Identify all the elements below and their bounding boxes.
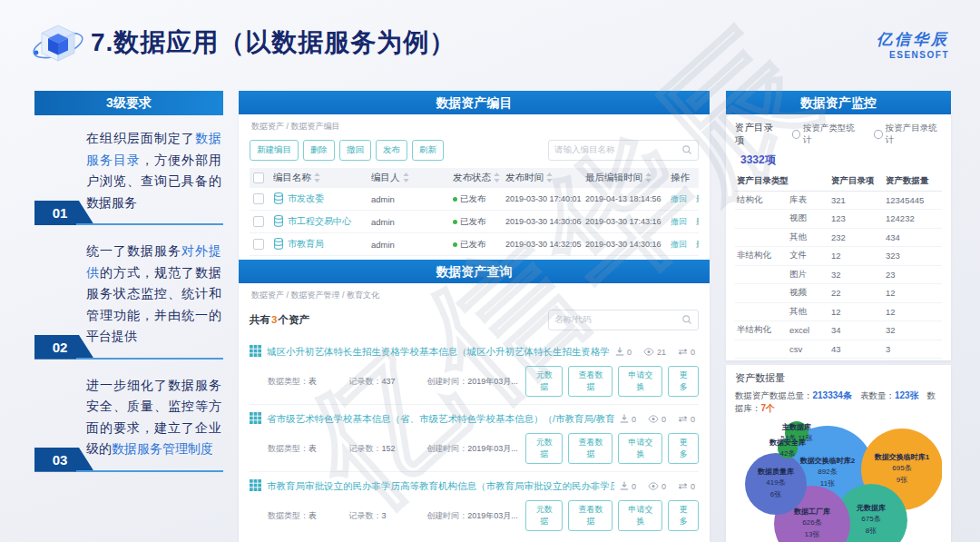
asset-button-0[interactable]: 元数据 <box>525 500 563 531</box>
asset-stats: 000 <box>620 414 699 425</box>
column-header-0[interactable]: 编目名称 <box>273 172 369 184</box>
catalog-name-link[interactable]: 市工程交易中心 <box>273 215 369 229</box>
asset-buttons: 元数据查看数据申请交换更多 <box>525 366 699 397</box>
query-panel-title: 数据资产查询 <box>239 260 710 283</box>
row-action-delete[interactable]: 删除 <box>696 239 699 251</box>
radio-option-1[interactable]: 按资产目录统计 <box>874 123 942 146</box>
monitor-table-header: 资产目录类型资产目录项资产数据量 <box>735 172 942 192</box>
asset-title-link[interactable]: 城区小升初艺体特长生招生资格学校基本信息（城区小升初艺体特长生招生资格学校基本.… <box>267 346 610 359</box>
query-search-input[interactable]: 名称/代码 <box>548 310 699 330</box>
row-action-withdraw[interactable]: 撤回 <box>671 239 687 251</box>
sort-icon[interactable] <box>645 172 652 184</box>
asset-button-3[interactable]: 更多 <box>668 366 699 397</box>
toolbar-button-2[interactable]: 撤回 <box>339 140 371 161</box>
column-header-1[interactable]: 编目人 <box>371 172 451 184</box>
monitor-cell: 视频 <box>789 287 831 299</box>
requirement-item: 进一步细化了数据服务安全、质量、监控等方面的要求，建立了企业级的数据服务管理制度… <box>34 362 223 475</box>
asset-button-0[interactable]: 元数据 <box>525 366 563 397</box>
asset-button-2[interactable]: 申请交换 <box>618 366 662 397</box>
toolbar-button-0[interactable]: 新建编目 <box>250 140 299 161</box>
asset-list: 城区小升初艺体特长生招生资格学校基本信息（城区小升初艺体特长生招生资格学校基本.… <box>250 338 699 538</box>
database-icon <box>273 192 284 206</box>
status-badge: 已发布 <box>460 193 486 205</box>
asset-button-2[interactable]: 申请交换 <box>618 500 662 531</box>
asset-buttons: 元数据查看数据申请交换更多 <box>525 433 699 464</box>
monitor-cell: 12 <box>886 288 940 298</box>
toolbar-button-4[interactable]: 刷新 <box>412 140 444 161</box>
monitor-table: 资产目录类型资产目录项资产数据量结构化库表32112345445视图123124… <box>735 172 942 359</box>
monitor-cell: excel <box>789 325 831 335</box>
row-checkbox[interactable] <box>253 239 264 250</box>
radio-option-0[interactable]: 按资产类型统计 <box>792 123 860 146</box>
asset-button-1[interactable]: 查看数据 <box>568 500 612 531</box>
list-item: 市教育局审批设立的民办非学历高等教育机构信息（市教育局审批设立的民办非学历高等.… <box>250 472 699 538</box>
asset-title-link[interactable]: 市教育局审批设立的民办非学历高等教育机构信息（市教育局审批设立的民办非学历高等.… <box>267 480 614 493</box>
query-search-placeholder: 名称/代码 <box>554 314 681 326</box>
column-header-2[interactable]: 发布状态 <box>453 172 504 184</box>
toolbar-button-3[interactable]: 发布 <box>376 140 407 161</box>
column-header-5: 操作 <box>671 172 699 184</box>
radio-icon <box>874 130 882 139</box>
sidebar-title: 3级要求 <box>34 91 223 115</box>
monitor-cell: 图片 <box>789 269 831 281</box>
asset-button-3[interactable]: 更多 <box>668 500 699 531</box>
row-checkbox[interactable] <box>253 216 264 227</box>
sort-icon[interactable] <box>494 172 500 184</box>
highlighted-phrase: 数据服务管理制度 <box>112 441 213 456</box>
sort-icon[interactable] <box>403 172 409 184</box>
asset-type: 数据类型：表 <box>268 376 348 388</box>
monitor-cell: 124232 <box>886 213 940 223</box>
toolbar-button-1[interactable]: 删除 <box>303 140 335 161</box>
monitor-table-row: 非结构化文件12323 <box>735 247 942 266</box>
sort-icon[interactable] <box>314 172 320 184</box>
row-action-withdraw[interactable]: 撤回 <box>671 216 687 228</box>
asset-type: 数据类型：表 <box>268 443 348 455</box>
monitor-table-row: 图片3223 <box>735 266 942 285</box>
sort-icon[interactable] <box>546 172 553 184</box>
table-grid-icon <box>250 478 261 495</box>
catalog-search-input[interactable]: 请输入编目名称 <box>548 140 699 161</box>
monitor-cell: 22 <box>831 288 886 298</box>
row-action-delete[interactable]: 删除 <box>696 216 699 228</box>
asset-button-1[interactable]: 查看数据 <box>568 433 612 464</box>
row-action-withdraw[interactable]: 撤回 <box>671 193 687 205</box>
bubble-label: 数据工厂库626条13张 <box>794 507 830 540</box>
status-dot <box>453 220 457 224</box>
select-all-checkbox[interactable] <box>253 172 264 183</box>
monitor-cell: 结构化 <box>737 194 789 206</box>
monitor-cell: 文件 <box>789 250 831 261</box>
asset-created: 创建时间：2019年03月... <box>426 510 525 522</box>
asset-created: 创建时间：2019年03月... <box>426 376 525 388</box>
monitor-cell: 12 <box>831 251 886 261</box>
row-action-delete[interactable]: 删除 <box>696 193 699 205</box>
catalog-total-count: 3332项 <box>740 153 942 168</box>
monitor-table-row: 其他1212 <box>735 303 942 322</box>
asset-button-1[interactable]: 查看数据 <box>568 366 612 397</box>
asset-title-link[interactable]: 省市级艺术特色学校基本信息（省、市级艺术特色学校基本信息）（/市教育局/教育文化… <box>267 413 614 426</box>
catalog-name-link[interactable]: 市教育局 <box>273 238 369 251</box>
volume-card: 资产数据量 数据资产数据总量：213334条表数量：123张数据库：7个 数据交… <box>726 365 951 542</box>
database-icon <box>273 238 284 251</box>
monitor-table-row: 其他232434 <box>735 229 942 248</box>
search-icon[interactable] <box>681 312 692 329</box>
catalog-name-link[interactable]: 市发改委 <box>273 192 369 206</box>
column-header-4[interactable]: 最后编辑时间 <box>585 172 669 184</box>
list-item: 城区小升初艺体特长生招生资格学校基本信息（城区小升初艺体特长生招生资格学校基本.… <box>250 338 699 405</box>
views-icon <box>648 482 659 492</box>
search-icon[interactable] <box>681 143 692 159</box>
exchange-count: 0 <box>678 348 695 358</box>
column-header-3[interactable]: 发布时间 <box>505 172 583 184</box>
catalog-panel-title: 数据资产编目 <box>239 91 710 114</box>
asset-button-0[interactable]: 元数据 <box>525 433 563 464</box>
asset-records: 记录数：437 <box>348 376 426 388</box>
asset-button-2[interactable]: 申请交换 <box>618 433 662 464</box>
catalog-table-header: 编目名称编目人发布状态发布时间最后编辑时间操作 <box>250 168 699 188</box>
asset-button-3[interactable]: 更多 <box>668 433 699 464</box>
catalog-search-placeholder: 请输入编目名称 <box>554 144 681 156</box>
catalog-breadcrumb: 数据资产 / 数据资产编目 <box>250 114 699 137</box>
row-checkbox[interactable] <box>253 193 264 204</box>
monitor-table-row: 半结构化excel3432 <box>735 321 942 340</box>
exchange-count: 0 <box>678 415 695 425</box>
exchange-icon <box>678 348 688 358</box>
edit-time-cell: 2019-03-30 14:30:16 <box>585 240 669 249</box>
